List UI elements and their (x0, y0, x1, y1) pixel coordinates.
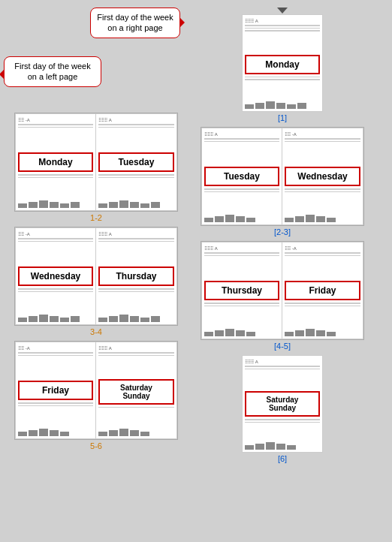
spread-label-5-6: 5-6 (90, 441, 102, 450)
right-page: ⠿⠿ -A Wednesday (282, 128, 363, 225)
deco-lines-bottom (18, 174, 93, 200)
left-page: ⠿⠿⠿ A Tuesday (201, 128, 282, 225)
right-page: ⠿⠿⠿ A Tuesday (96, 113, 177, 211)
spread-label-2-3: [2-3] (274, 227, 291, 236)
day-label-thursday-2: Thursday (204, 281, 279, 300)
deco-lines-bottom (98, 174, 174, 200)
left-page: ⠿⠿ -A Wednesday (15, 227, 96, 325)
left-column: ⠿⠿ -A Monday (6, 113, 186, 463)
callout-left-page: First day of the week on a left page (4, 56, 101, 87)
day-label-tuesday-2: Tuesday (204, 167, 279, 186)
spread-5-6: ⠿⠿ -A Friday (6, 341, 186, 450)
day-label-thursday-1: Thursday (98, 266, 174, 286)
single-page-6: ⠿⠿⠿ A SaturdaySunday (242, 355, 323, 453)
spread-3-4: ⠿⠿ -A Wednesday (6, 227, 186, 336)
page-bottom-lines (98, 200, 174, 208)
left-page: ⠿⠿⠿ A Thursday (201, 242, 282, 339)
spread-2-3: ⠿⠿⠿ A Tuesday (192, 127, 372, 236)
day-label-friday-2: Friday (285, 281, 360, 300)
spread-label-6: [6] (278, 454, 287, 463)
day-label-wednesday-2: Wednesday (285, 167, 360, 186)
single-page-wrap: ⠿⠿⠿ A Monday (192, 8, 372, 122)
spread-label-1: [1] (278, 113, 287, 122)
page-spread: ⠿⠿⠿ A Thursday (201, 241, 364, 340)
spread-label-1-2: 1-2 (90, 213, 102, 222)
arrow-down-icon (277, 8, 288, 14)
left-page: ⠿⠿ -A Monday (15, 113, 96, 211)
day-label-wednesday-1: Wednesday (18, 266, 93, 286)
spread-6: ⠿⠿⠿ A SaturdaySunday (192, 355, 372, 463)
spread-label-4-5: [4-5] (274, 342, 291, 351)
page-bottom-lines (18, 200, 93, 208)
day-label-friday-1: Friday (18, 381, 93, 400)
day-label-monday-1: Monday (18, 152, 93, 172)
spread-label-3-4: 3-4 (90, 327, 102, 336)
callout-right-page: First day of the week on a right page (90, 8, 180, 38)
deco-lines (18, 124, 93, 150)
page-label-row: ⠿⠿⠿ A (98, 117, 174, 122)
day-label-satursun-1: SaturdaySunday (98, 379, 174, 405)
single-page: ⠿⠿⠿ A Monday (242, 14, 323, 112)
spread-4-5: ⠿⠿⠿ A Thursday (192, 241, 372, 351)
spread-1-2: ⠿⠿ -A Monday (6, 113, 186, 222)
day-label-satursun-2: SaturdaySunday (245, 391, 320, 417)
page-spread: ⠿⠿ -A Friday (14, 341, 178, 440)
right-page: ⠿⠿⠿ A Thursday (96, 227, 177, 325)
page-spread: ⠿⠿ -A Monday (14, 113, 178, 212)
right-column: ⠿⠿⠿ A Monday (192, 113, 372, 463)
page-spread: ⠿⠿ -A Wednesday (14, 227, 178, 326)
day-label-tuesday-1: Tuesday (98, 152, 174, 172)
day-label-monday-single: Monday (245, 55, 320, 74)
deco-lines (98, 124, 174, 150)
right-page: ⠿⠿⠿ A SaturdaySunday (96, 342, 177, 439)
right-page: ⠿⠿ -A Friday (282, 242, 363, 339)
left-page: ⠿⠿ -A Friday (15, 342, 96, 439)
page-label-row: ⠿⠿ -A (18, 117, 93, 122)
page-spread: ⠿⠿⠿ A Tuesday (201, 127, 364, 226)
